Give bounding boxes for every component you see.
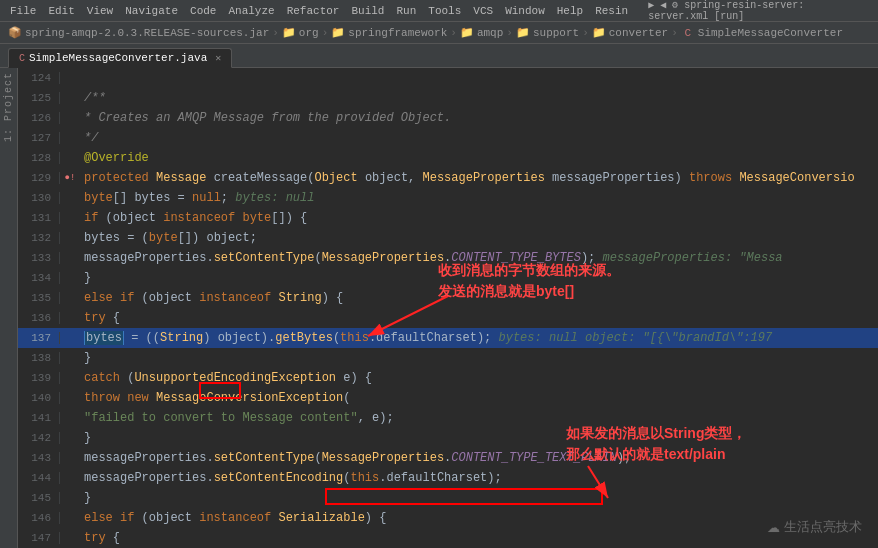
tab-bar: C SimpleMessageConverter.java ✕: [0, 44, 878, 68]
table-row: 134 }: [18, 268, 878, 288]
table-row: 131 if (object instanceof byte[]) {: [18, 208, 878, 228]
table-row: 146 else if (object instanceof Serializa…: [18, 508, 878, 528]
table-row: 147 try {: [18, 528, 878, 548]
menu-analyze[interactable]: Analyze: [222, 5, 280, 17]
tab-icon: C: [19, 53, 25, 64]
menu-vcs[interactable]: VCS: [467, 5, 499, 17]
table-row: 133 messageProperties.setContentType(Mes…: [18, 248, 878, 268]
table-row: 140 throw new MessageConversionException…: [18, 388, 878, 408]
menu-navigate[interactable]: Navigate: [119, 5, 184, 17]
table-row: 128 @Override: [18, 148, 878, 168]
menu-bar: File Edit View Navigate Code Analyze Ref…: [0, 0, 878, 22]
table-row: 145 }: [18, 488, 878, 508]
menu-view[interactable]: View: [81, 5, 119, 17]
bc-amqp[interactable]: 📁 amqp: [460, 26, 503, 40]
jar-icon: 📦: [8, 26, 22, 40]
bc-converter[interactable]: 📁 converter: [592, 26, 668, 40]
table-row: 132 bytes = (byte[]) object;: [18, 228, 878, 248]
table-row: 143 messageProperties.setContentType(Mes…: [18, 448, 878, 468]
bc-org[interactable]: 📁 org: [282, 26, 319, 40]
pkg-icon: 📁: [282, 26, 296, 40]
bc-support[interactable]: 📁 support: [516, 26, 579, 40]
tab-simplemessageconverter[interactable]: C SimpleMessageConverter.java ✕: [8, 48, 232, 68]
tab-close-icon[interactable]: ✕: [215, 52, 221, 64]
menu-run[interactable]: Run: [390, 5, 422, 17]
table-row: 130 byte[] bytes = null; bytes: null: [18, 188, 878, 208]
bc-classname[interactable]: C SimpleMessageConverter: [681, 26, 843, 40]
code-lines: 124 125 /** 126 * Creates an AMQP Messag…: [18, 68, 878, 548]
table-row: 138 }: [18, 348, 878, 368]
bc-jar[interactable]: 📦 spring-amqp-2.0.3.RELEASE-sources.jar: [8, 26, 269, 40]
editor-container: 1: Project 124 125 /** 126 * Creates an …: [0, 68, 878, 548]
class-icon: C: [681, 26, 695, 40]
table-row: 129 ●! protected Message createMessage(O…: [18, 168, 878, 188]
menu-resin[interactable]: Resin: [589, 5, 634, 17]
menu-edit[interactable]: Edit: [42, 5, 80, 17]
pkg-icon3: 📁: [460, 26, 474, 40]
run-config[interactable]: ▶ ◀ ⚙ spring-resin-server: server.xml [r…: [642, 0, 874, 22]
table-row: 139 catch (UnsupportedEncodingException …: [18, 368, 878, 388]
menu-code[interactable]: Code: [184, 5, 222, 17]
table-row: 124: [18, 68, 878, 88]
menu-refactor[interactable]: Refactor: [281, 5, 346, 17]
table-row: 135 else if (object instanceof String) {: [18, 288, 878, 308]
menu-build[interactable]: Build: [345, 5, 390, 17]
tab-label: SimpleMessageConverter.java: [29, 52, 207, 64]
menu-tools[interactable]: Tools: [422, 5, 467, 17]
table-row: 136 try {: [18, 308, 878, 328]
project-panel-label[interactable]: 1: Project: [3, 72, 14, 150]
menu-help[interactable]: Help: [551, 5, 589, 17]
table-row: 142 }: [18, 428, 878, 448]
table-row: 125 /**: [18, 88, 878, 108]
table-row: 126 * Creates an AMQP Message from the p…: [18, 108, 878, 128]
menu-window[interactable]: Window: [499, 5, 551, 17]
table-row: 127 */: [18, 128, 878, 148]
menu-file[interactable]: File: [4, 5, 42, 17]
code-area[interactable]: 124 125 /** 126 * Creates an AMQP Messag…: [18, 68, 878, 548]
pkg-icon2: 📁: [331, 26, 345, 40]
pkg-icon4: 📁: [516, 26, 530, 40]
table-row: 141 "failed to convert to Message conten…: [18, 408, 878, 428]
table-row: 144 messageProperties.setContentEncoding…: [18, 468, 878, 488]
table-row: 137 bytes = ((String) object).getBytes(t…: [18, 328, 878, 348]
bc-springframework[interactable]: 📁 springframework: [331, 26, 447, 40]
pkg-icon5: 📁: [592, 26, 606, 40]
left-panel: 1: Project: [0, 68, 18, 548]
breadcrumb-bar: 📦 spring-amqp-2.0.3.RELEASE-sources.jar …: [0, 22, 878, 44]
